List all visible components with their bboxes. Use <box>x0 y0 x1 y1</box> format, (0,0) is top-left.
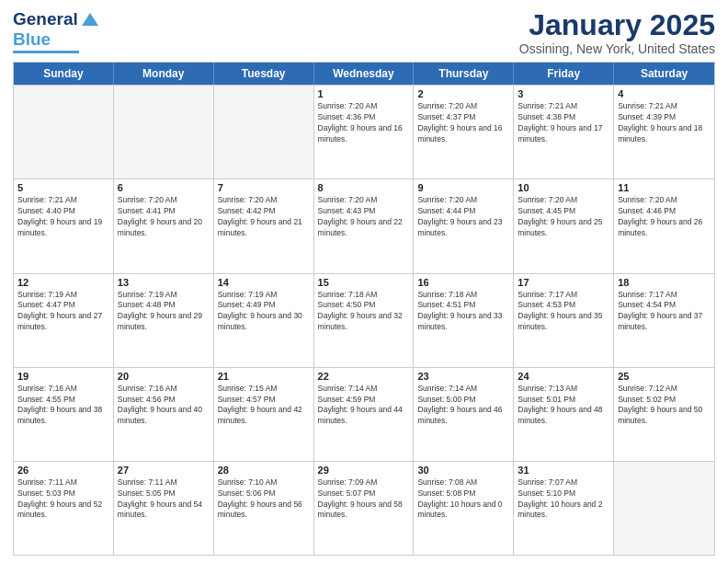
day-info: Sunrise: 7:20 AMSunset: 4:43 PMDaylight:… <box>318 195 410 239</box>
cal-cell-4-5: 31Sunrise: 7:07 AMSunset: 5:10 PMDayligh… <box>514 462 614 555</box>
day-info: Sunrise: 7:21 AMSunset: 4:38 PMDaylight:… <box>518 101 609 145</box>
day-number: 19 <box>17 371 109 382</box>
day-number: 28 <box>218 465 310 476</box>
calendar: Sunday Monday Tuesday Wednesday Thursday… <box>13 62 715 556</box>
month-title: January 2025 <box>519 9 715 41</box>
day-number: 6 <box>118 182 210 193</box>
day-number: 17 <box>518 277 609 288</box>
day-info: Sunrise: 7:20 AMSunset: 4:46 PMDaylight:… <box>618 195 711 239</box>
cal-cell-0-3: 1Sunrise: 7:20 AMSunset: 4:36 PMDaylight… <box>314 86 415 178</box>
day-number: 18 <box>618 277 711 288</box>
cal-cell-2-4: 16Sunrise: 7:18 AMSunset: 4:51 PMDayligh… <box>414 274 514 367</box>
cal-cell-0-0 <box>14 86 114 178</box>
cal-cell-1-4: 9Sunrise: 7:20 AMSunset: 4:44 PMDaylight… <box>414 179 514 272</box>
svg-marker-0 <box>82 13 98 26</box>
day-number: 5 <box>17 182 109 193</box>
logo-icon <box>82 11 98 28</box>
header-wednesday: Wednesday <box>314 63 415 85</box>
cal-cell-2-0: 12Sunrise: 7:19 AMSunset: 4:47 PMDayligh… <box>14 274 114 367</box>
day-number: 24 <box>518 371 609 382</box>
day-number: 4 <box>618 88 711 99</box>
header-thursday: Thursday <box>414 63 514 85</box>
day-info: Sunrise: 7:08 AMSunset: 5:08 PMDaylight:… <box>417 477 509 522</box>
header-monday: Monday <box>114 63 214 85</box>
cal-cell-1-3: 8Sunrise: 7:20 AMSunset: 4:43 PMDaylight… <box>314 179 415 272</box>
day-info: Sunrise: 7:09 AMSunset: 5:07 PMDaylight:… <box>318 477 410 522</box>
cal-cell-0-5: 3Sunrise: 7:21 AMSunset: 4:38 PMDaylight… <box>514 86 614 178</box>
day-number: 26 <box>17 465 109 476</box>
cal-cell-1-2: 7Sunrise: 7:20 AMSunset: 4:42 PMDaylight… <box>214 179 314 272</box>
day-number: 29 <box>318 465 410 476</box>
day-number: 7 <box>218 182 310 193</box>
cal-cell-4-2: 28Sunrise: 7:10 AMSunset: 5:06 PMDayligh… <box>214 462 314 555</box>
day-info: Sunrise: 7:11 AMSunset: 5:05 PMDaylight:… <box>118 477 210 522</box>
day-number: 12 <box>17 277 109 288</box>
cal-week-1: 1Sunrise: 7:20 AMSunset: 4:36 PMDaylight… <box>14 85 714 178</box>
cal-cell-3-1: 20Sunrise: 7:16 AMSunset: 4:56 PMDayligh… <box>114 368 214 461</box>
cal-cell-1-1: 6Sunrise: 7:20 AMSunset: 4:41 PMDaylight… <box>114 179 214 272</box>
day-number: 16 <box>417 277 509 288</box>
cal-cell-1-5: 10Sunrise: 7:20 AMSunset: 4:45 PMDayligh… <box>514 179 614 272</box>
cal-week-3: 12Sunrise: 7:19 AMSunset: 4:47 PMDayligh… <box>14 273 714 367</box>
day-info: Sunrise: 7:10 AMSunset: 5:06 PMDaylight:… <box>218 477 310 522</box>
cal-cell-1-0: 5Sunrise: 7:21 AMSunset: 4:40 PMDaylight… <box>14 179 114 272</box>
day-info: Sunrise: 7:14 AMSunset: 5:00 PMDaylight:… <box>417 384 509 428</box>
cal-cell-3-0: 19Sunrise: 7:16 AMSunset: 4:55 PMDayligh… <box>14 368 114 461</box>
day-number: 20 <box>118 371 210 382</box>
cal-cell-2-6: 18Sunrise: 7:17 AMSunset: 4:54 PMDayligh… <box>614 274 714 367</box>
day-number: 1 <box>318 88 410 99</box>
header-tuesday: Tuesday <box>214 63 314 85</box>
day-number: 3 <box>518 88 609 99</box>
day-number: 21 <box>218 371 310 382</box>
day-number: 23 <box>417 371 509 382</box>
cal-cell-0-2 <box>214 86 314 178</box>
title-block: January 2025 Ossining, New York, United … <box>519 9 715 56</box>
day-info: Sunrise: 7:20 AMSunset: 4:45 PMDaylight:… <box>518 195 609 239</box>
day-info: Sunrise: 7:19 AMSunset: 4:48 PMDaylight:… <box>118 290 210 334</box>
day-info: Sunrise: 7:17 AMSunset: 4:53 PMDaylight:… <box>518 290 609 334</box>
cal-cell-3-5: 24Sunrise: 7:13 AMSunset: 5:01 PMDayligh… <box>514 368 614 461</box>
header-saturday: Saturday <box>614 63 714 85</box>
cal-cell-2-2: 14Sunrise: 7:19 AMSunset: 4:49 PMDayligh… <box>214 274 314 367</box>
day-number: 30 <box>417 465 509 476</box>
cal-cell-0-1 <box>114 86 214 178</box>
day-number: 22 <box>318 371 410 382</box>
cal-week-2: 5Sunrise: 7:21 AMSunset: 4:40 PMDaylight… <box>14 178 714 272</box>
cal-cell-3-6: 25Sunrise: 7:12 AMSunset: 5:02 PMDayligh… <box>614 368 714 461</box>
day-info: Sunrise: 7:18 AMSunset: 4:51 PMDaylight:… <box>417 290 509 334</box>
cal-cell-4-0: 26Sunrise: 7:11 AMSunset: 5:03 PMDayligh… <box>14 462 114 555</box>
page: GeneralBlue January 2025 Ossining, New Y… <box>0 0 728 563</box>
day-info: Sunrise: 7:20 AMSunset: 4:37 PMDaylight:… <box>417 101 509 145</box>
day-info: Sunrise: 7:20 AMSunset: 4:36 PMDaylight:… <box>318 101 410 145</box>
day-number: 2 <box>417 88 509 99</box>
day-info: Sunrise: 7:21 AMSunset: 4:39 PMDaylight:… <box>618 101 711 145</box>
day-info: Sunrise: 7:11 AMSunset: 5:03 PMDaylight:… <box>17 477 109 522</box>
day-number: 31 <box>518 465 609 476</box>
cal-cell-0-6: 4Sunrise: 7:21 AMSunset: 4:39 PMDaylight… <box>614 86 714 178</box>
cal-cell-2-5: 17Sunrise: 7:17 AMSunset: 4:53 PMDayligh… <box>514 274 614 367</box>
cal-cell-2-3: 15Sunrise: 7:18 AMSunset: 4:50 PMDayligh… <box>314 274 415 367</box>
day-number: 9 <box>417 182 509 193</box>
day-number: 14 <box>218 277 310 288</box>
day-number: 27 <box>118 465 210 476</box>
location: Ossining, New York, United States <box>519 41 715 56</box>
day-number: 11 <box>618 182 711 193</box>
cal-cell-3-4: 23Sunrise: 7:14 AMSunset: 5:00 PMDayligh… <box>414 368 514 461</box>
calendar-body: 1Sunrise: 7:20 AMSunset: 4:36 PMDaylight… <box>14 85 714 555</box>
cal-week-5: 26Sunrise: 7:11 AMSunset: 5:03 PMDayligh… <box>14 461 714 555</box>
header-friday: Friday <box>514 63 614 85</box>
day-info: Sunrise: 7:20 AMSunset: 4:41 PMDaylight:… <box>118 195 210 239</box>
day-info: Sunrise: 7:17 AMSunset: 4:54 PMDaylight:… <box>618 290 711 334</box>
day-info: Sunrise: 7:21 AMSunset: 4:40 PMDaylight:… <box>17 195 109 239</box>
cal-cell-1-6: 11Sunrise: 7:20 AMSunset: 4:46 PMDayligh… <box>614 179 714 272</box>
day-info: Sunrise: 7:13 AMSunset: 5:01 PMDaylight:… <box>518 384 609 428</box>
day-info: Sunrise: 7:19 AMSunset: 4:47 PMDaylight:… <box>17 290 109 334</box>
day-number: 10 <box>518 182 609 193</box>
day-number: 25 <box>618 371 711 382</box>
logo: GeneralBlue <box>13 9 98 53</box>
logo-text: GeneralBlue <box>13 9 78 50</box>
day-info: Sunrise: 7:19 AMSunset: 4:49 PMDaylight:… <box>218 290 310 334</box>
cal-cell-4-3: 29Sunrise: 7:09 AMSunset: 5:07 PMDayligh… <box>314 462 415 555</box>
day-number: 15 <box>318 277 410 288</box>
day-info: Sunrise: 7:12 AMSunset: 5:02 PMDaylight:… <box>618 384 711 428</box>
